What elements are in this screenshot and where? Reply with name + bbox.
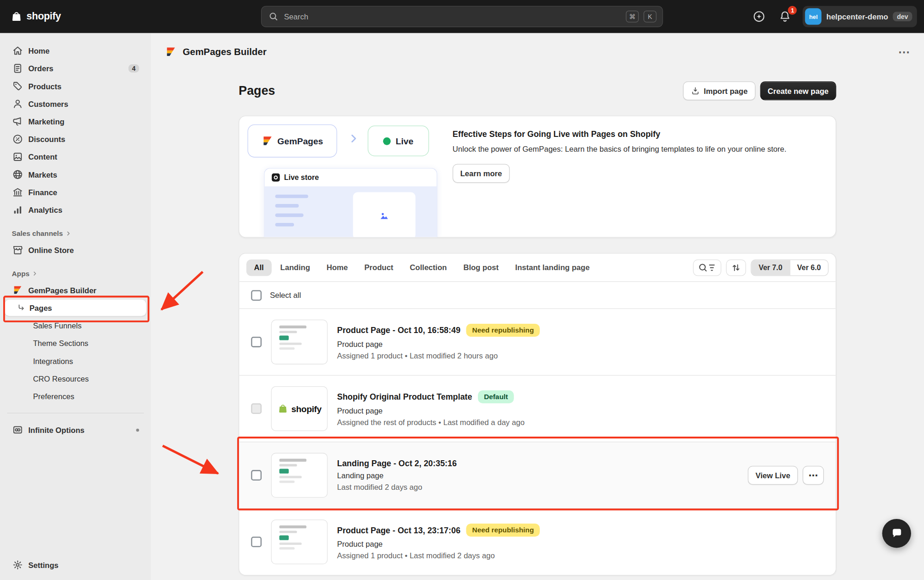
live-card: Live [368, 126, 429, 156]
markets-icon [12, 169, 23, 180]
sidebar-item-customers[interactable]: Customers [5, 96, 146, 112]
search-filter-button[interactable] [693, 259, 722, 276]
page-row-title[interactable]: Landing Page - Oct 2, 20:35:16 [337, 459, 457, 468]
sidebar-item-analytics[interactable]: Analytics [5, 202, 146, 218]
sidekick-icon[interactable] [751, 8, 768, 25]
sort-button[interactable] [726, 259, 746, 276]
record-icon [272, 173, 280, 182]
page-row-meta: Assigned 1 product • Last modified 2 day… [337, 551, 540, 560]
topbar-right: 1 hel helpcenter-demo dev [751, 0, 917, 33]
chat-widget-button[interactable] [882, 519, 911, 548]
app-viewport: shopify ⌘ K 1 hel helpcenter-demo dev [0, 0, 924, 580]
sidebar-item-pages[interactable]: Pages [5, 300, 146, 316]
finance-icon [12, 186, 23, 198]
tab-instant-landing-page[interactable]: Instant landing page [508, 259, 597, 276]
search-filter-icon [698, 262, 717, 273]
create-new-page-button[interactable]: Create new page [760, 81, 836, 100]
sidebar-item-label: Pages [30, 303, 52, 312]
chat-icon [889, 526, 904, 541]
sidebar-item-sales-funnels[interactable]: Sales Funnels [5, 317, 146, 334]
search-input[interactable] [284, 12, 621, 21]
apps-header[interactable]: Apps [12, 269, 139, 278]
row-more-button[interactable]: ⋯ [802, 466, 824, 485]
customers-icon [12, 98, 23, 110]
gempages-logo-icon [12, 284, 23, 296]
sidebar-item-label: Infinite Options [28, 426, 85, 434]
notifications-bell-icon[interactable]: 1 [777, 8, 794, 25]
live-store-body [264, 186, 436, 238]
sidebar-item-gempages-builder[interactable]: GemPages Builder [5, 282, 146, 298]
page-title: Pages [239, 84, 275, 98]
row-checkbox[interactable] [251, 470, 262, 481]
status-dot [136, 428, 139, 431]
view-live-button[interactable]: View Live [748, 466, 798, 485]
version-toggle: Ver 7.0 Ver 6.0 [751, 259, 829, 276]
global-search[interactable]: ⌘ K [261, 6, 663, 27]
page-row[interactable]: shopify Shopify Original Product Templat… [239, 375, 836, 442]
page-row-title[interactable]: Product Page - Oct 13, 23:17:06 [337, 525, 460, 535]
chevron-right-icon [65, 230, 72, 237]
row-checkbox[interactable] [251, 337, 262, 347]
tab-home[interactable]: Home [319, 259, 355, 276]
gempages-logo-icon [262, 135, 273, 147]
skeleton-line [275, 204, 299, 208]
sidebar-item-preferences[interactable]: Preferences [5, 388, 146, 405]
sidebar-item-theme-sections[interactable]: Theme Sections [5, 335, 146, 352]
sidebar-item-integrations[interactable]: Integrations [5, 352, 146, 369]
sidebar-item-content[interactable]: Content [5, 148, 146, 165]
app-more-button[interactable]: ⋯ [898, 46, 910, 57]
sidebar-item-markets[interactable]: Markets [5, 167, 146, 183]
learn-more-button[interactable]: Learn more [453, 164, 509, 183]
version-7-toggle[interactable]: Ver 7.0 [752, 260, 789, 275]
sidebar-item-label: Markets [28, 170, 57, 179]
tabs-row: All Landing Home Product Collection Blog… [239, 253, 836, 282]
sidebar-item-label: Home [28, 46, 49, 55]
banner-text: Effective Steps for Going Live with Page… [449, 116, 835, 237]
shopify-logo[interactable]: shopify [11, 0, 61, 33]
page-row-landing-highlighted[interactable]: Landing Page - Oct 2, 20:35:16 Landing p… [239, 442, 836, 508]
sidebar-item-home[interactable]: Home [5, 43, 146, 59]
sidebar-item-marketing[interactable]: Marketing [5, 113, 146, 130]
skeleton-line [275, 214, 303, 217]
learn-more-label: Learn more [460, 169, 502, 178]
import-page-button[interactable]: Import page [683, 81, 755, 100]
image-placeholder [353, 192, 416, 238]
skeleton-line [275, 195, 308, 198]
row-text: Landing Page - Oct 2, 20:35:16 Landing p… [337, 459, 457, 492]
sidebar-item-label: Settings [28, 561, 58, 569]
sidebar-item-orders[interactable]: Orders 4 [5, 60, 146, 77]
sidebar-item-online-store[interactable]: Online Store [5, 242, 146, 259]
sidebar-item-products[interactable]: Products [5, 78, 146, 94]
tab-blog-post[interactable]: Blog post [456, 259, 507, 276]
sidebar-item-discounts[interactable]: Discounts [5, 131, 146, 148]
sidebar-item-settings[interactable]: Settings [5, 557, 146, 574]
sidebar-item-finance[interactable]: Finance [5, 184, 146, 201]
sidebar-divider [7, 413, 144, 413]
page-row-title[interactable]: Shopify Original Product Template [337, 392, 472, 401]
elbow-arrow-icon [17, 303, 26, 312]
row-checkbox[interactable] [251, 537, 262, 547]
tab-collection[interactable]: Collection [402, 259, 454, 276]
row-checkbox-disabled [251, 403, 262, 414]
sidebar-item-cro-resources[interactable]: CRO Resources [5, 370, 146, 387]
sidebar-item-infinite-options[interactable]: Infinite Options [5, 422, 146, 438]
version-6-toggle[interactable]: Ver 6.0 [789, 260, 828, 275]
row-text: Shopify Original Product Template Defaul… [337, 390, 525, 427]
store-avatar: hel [805, 8, 822, 25]
tab-landing[interactable]: Landing [273, 259, 318, 276]
page-row[interactable]: Product Page - Oct 10, 16:58:49 Need rep… [239, 309, 836, 375]
tab-product[interactable]: Product [357, 259, 401, 276]
page-row[interactable]: Product Page - Oct 13, 23:17:06 Need rep… [239, 508, 836, 575]
page-actions: Import page Create new page [683, 81, 836, 100]
live-card-label: Live [396, 136, 413, 146]
sales-channels-header[interactable]: Sales channels [12, 229, 139, 238]
tab-all[interactable]: All [246, 259, 271, 276]
analytics-icon [12, 204, 23, 216]
discounts-icon [12, 133, 23, 145]
store-name: helpcenter-demo [826, 12, 888, 21]
page-row-title[interactable]: Product Page - Oct 10, 16:58:49 [337, 326, 460, 335]
page-row-meta: Assigned 1 product • Last modified 2 hou… [337, 352, 540, 360]
marketing-icon [12, 116, 23, 127]
select-all-checkbox[interactable] [251, 290, 262, 301]
store-menu[interactable]: hel helpcenter-demo dev [803, 6, 917, 27]
